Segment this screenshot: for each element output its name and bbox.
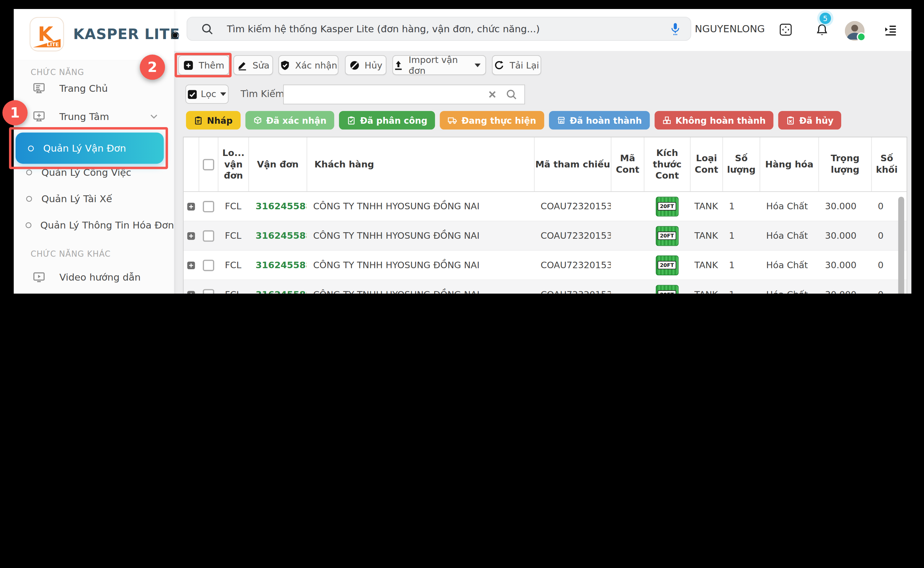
avatar[interactable]	[845, 21, 865, 41]
filter-toggle-button[interactable]: Lọc	[186, 85, 228, 104]
cell-customer: CÔNG TY TNHH HYOSUNG ĐỒNG NAI	[306, 221, 534, 250]
clear-search-icon[interactable]	[488, 91, 496, 98]
table-row[interactable]: FCL31624558815CÔNG TY TNHH HYOSUNG ĐỒNG …	[184, 192, 907, 221]
toolbar-button-tải-lại[interactable]: Tải Lại	[492, 55, 541, 75]
column-header-11[interactable]: Trọng lượng	[818, 137, 871, 191]
status-badge-0[interactable]: Nháp	[186, 111, 240, 130]
sidebar-item-1[interactable]: Trung Tâm	[14, 103, 174, 130]
submit-search-icon[interactable]	[506, 89, 517, 100]
status-badge-5[interactable]: Không hoàn thành	[655, 111, 774, 130]
column-header-12[interactable]: Số khối	[871, 137, 902, 191]
status-badge-3[interactable]: Đang thực hiện	[440, 111, 544, 130]
pencil-icon	[237, 59, 248, 70]
cell-reference: COAU7232015330	[534, 280, 611, 294]
expand-row-icon[interactable]	[187, 290, 195, 294]
cell-waybill-link[interactable]: 31624558824	[248, 221, 306, 250]
column-header-8[interactable]: Loại Cont	[690, 137, 722, 191]
column-header-9[interactable]: Số lượng	[722, 137, 759, 191]
radio-icon	[24, 222, 32, 228]
cell-goods: Hóa Chất	[759, 251, 818, 279]
fullscreen-icon[interactable]	[779, 23, 793, 36]
notifications-bell-icon[interactable]	[815, 23, 829, 37]
row-checkbox[interactable]	[202, 230, 214, 242]
status-badge-6[interactable]: Đã hủy	[778, 111, 841, 130]
table-search-input[interactable]	[284, 88, 488, 100]
upload-icon	[393, 59, 404, 70]
cell-cont-type: TANK	[690, 221, 722, 250]
logo-area[interactable]: K LITE KASPER LITE ◉	[14, 9, 174, 60]
cell-type: FCL	[218, 192, 248, 221]
sidebar-other-item-0[interactable]: Video hướng dẫn	[14, 264, 174, 290]
cell-type: FCL	[218, 221, 248, 250]
username-label[interactable]: NGUYENLONG	[695, 23, 765, 35]
chevron-down-icon	[146, 114, 161, 119]
cell-qty: 1	[722, 280, 759, 294]
caret-down-icon	[475, 63, 481, 67]
cell-reference: COAU7232015330	[534, 251, 611, 279]
annotation-step-1: 1	[3, 100, 27, 125]
store-icon	[557, 116, 566, 125]
cell-waybill-link[interactable]: 31624558827	[248, 280, 306, 294]
toolbar-button-import-vận-đơn[interactable]: Import vận đơn	[393, 55, 486, 75]
column-header-6[interactable]: Mã Cont	[611, 137, 644, 191]
cell-volume: 0	[871, 280, 902, 294]
column-header-4[interactable]: Khách hàng	[306, 137, 534, 191]
monitor-list-icon	[32, 82, 46, 95]
annotation-rect-2	[175, 53, 232, 77]
cell-waybill-link[interactable]: 31624558826	[248, 251, 306, 279]
column-header-10[interactable]: Hàng hóa	[759, 137, 818, 191]
status-badge-1[interactable]: Đã xác nhận	[245, 111, 334, 130]
table-row[interactable]: FCL31624558827CÔNG TY TNHH HYOSUNG ĐỒNG …	[184, 280, 907, 294]
table-search-field[interactable]	[283, 85, 525, 104]
row-checkbox[interactable]	[202, 201, 214, 212]
annotation-step-2: 2	[140, 54, 165, 80]
clipboard-check-icon	[347, 116, 356, 125]
cell-goods: Hóa Chất	[759, 192, 818, 221]
voice-search-icon[interactable]	[670, 22, 681, 36]
vertical-scrollbar[interactable]	[898, 194, 904, 294]
table-row[interactable]: FCL31624558824CÔNG TY TNHH HYOSUNG ĐỒNG …	[184, 221, 907, 251]
sidebar-other-item-1[interactable]: Tài liệu hướng dẫn	[14, 292, 174, 294]
sidebar-subitem-3[interactable]: Quản Lý Thông Tin Hóa Đơn	[14, 212, 174, 238]
column-header-1[interactable]	[199, 137, 218, 191]
column-header-3[interactable]: Vận đơn	[248, 137, 306, 191]
expand-row-icon[interactable]	[187, 202, 195, 210]
row-checkbox[interactable]	[202, 289, 214, 294]
cell-qty: 1	[722, 251, 759, 279]
cell-qty: 1	[722, 221, 759, 250]
global-search-input[interactable]	[226, 23, 670, 35]
status-badge-2[interactable]: Đã phân công	[339, 111, 435, 130]
cell-weight: 30.000	[818, 221, 871, 250]
cell-cont-code	[611, 192, 644, 221]
sidebar-section-label: CHỨC NĂNG KHÁC	[31, 249, 111, 258]
truck-icon	[448, 116, 457, 125]
toolbar-button-xác-nhận[interactable]: Xác nhận	[278, 55, 338, 75]
column-header-0[interactable]	[184, 137, 198, 191]
sidebar-subitem-2[interactable]: Quản Lý Tài Xế	[14, 186, 174, 212]
collapse-menu-icon[interactable]	[884, 23, 898, 37]
column-header-5[interactable]: Mã tham chiếu	[534, 137, 611, 191]
select-all-checkbox[interactable]	[203, 159, 214, 170]
cell-cont-type: TANK	[690, 251, 722, 279]
clipboard-icon	[194, 116, 203, 125]
brand-target-icon: ◉	[171, 29, 179, 40]
filter-checkbox-icon[interactable]	[187, 90, 196, 98]
expand-row-icon[interactable]	[187, 232, 195, 240]
annotation-rect-1	[9, 127, 168, 169]
column-header-7[interactable]: Kích thước Cont	[644, 137, 690, 191]
container-size-icon: 20FT	[655, 226, 678, 246]
cell-waybill-link[interactable]: 31624558815	[248, 192, 306, 221]
toolbar-button-sửa[interactable]: Sửa	[234, 55, 273, 75]
table-row[interactable]: FCL31624558826CÔNG TY TNHH HYOSUNG ĐỒNG …	[184, 251, 907, 280]
toolbar-button-hủy[interactable]: Hủy	[345, 55, 387, 75]
row-checkbox[interactable]	[202, 260, 214, 271]
column-header-2[interactable]: Lo... vận đơn	[218, 137, 248, 191]
notification-badge: 5	[820, 13, 831, 24]
global-search[interactable]	[187, 17, 691, 41]
cell-goods: Hóa Chất	[759, 221, 818, 250]
video-icon	[32, 270, 46, 284]
search-field-label: Tìm Kiếm:	[241, 89, 287, 100]
status-badge-4[interactable]: Đã hoàn thành	[549, 111, 649, 130]
cell-type: FCL	[218, 251, 248, 279]
expand-row-icon[interactable]	[187, 261, 195, 269]
